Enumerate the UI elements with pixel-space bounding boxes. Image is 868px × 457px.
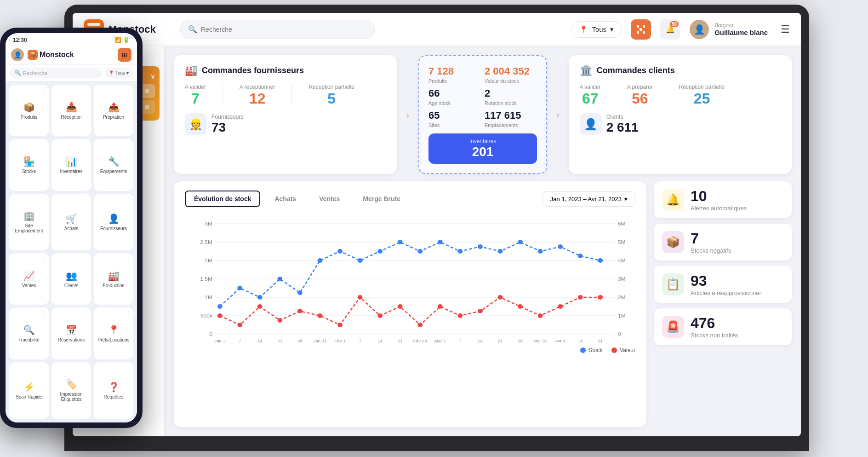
svg-point-67 bbox=[558, 304, 563, 309]
inventaires-button[interactable]: Inventaires 201 bbox=[428, 133, 537, 164]
clients-count: 2 611 bbox=[606, 120, 639, 135]
metric-a-valider-value-f: 7 bbox=[191, 91, 200, 106]
svg-point-60 bbox=[417, 323, 423, 327]
divider-3 bbox=[614, 84, 614, 106]
fournisseurs-title-text: Commandes fournisseurs bbox=[202, 66, 304, 75]
alert-count-automatiques: 10 bbox=[691, 188, 747, 205]
search-input[interactable] bbox=[201, 26, 367, 33]
stock-valeur-label: Valeur du stock bbox=[485, 78, 537, 84]
tab-evolution-stock[interactable]: Évolution de stock bbox=[185, 191, 260, 207]
svg-text:0: 0 bbox=[209, 331, 212, 336]
tab-achats[interactable]: Achats bbox=[266, 191, 305, 207]
stock-card: 7 128 Produits 2 004 352 Valeur du stock… bbox=[418, 55, 547, 174]
date-range-label: Jan 1, 2023 – Avr 21, 2023 bbox=[550, 196, 622, 202]
phone-grid-equipements[interactable]: ⋮🔧Équipements bbox=[94, 139, 133, 191]
avatar: 👤 bbox=[690, 20, 709, 39]
phone-grid-achats[interactable]: ⋮🛒Achats bbox=[51, 194, 91, 250]
metric-a-valider-label-f: A valider bbox=[185, 84, 206, 90]
date-range-button[interactable]: Jan 1, 2023 – Avr 21, 2023 ▾ bbox=[542, 191, 635, 207]
svg-text:3M: 3M bbox=[618, 276, 626, 281]
phone-search-bar[interactable]: 🔍 Recherche bbox=[10, 68, 102, 78]
metric-a-receptionner-value: 12 bbox=[249, 91, 266, 106]
alert-card-non-traites: 🚨 476 Stocks non traités bbox=[654, 308, 792, 345]
phone-grid-inventaires[interactable]: ⋮📊Inventaires bbox=[51, 139, 91, 191]
svg-point-62 bbox=[457, 313, 463, 318]
phone-grid-tracabilite[interactable]: ⋮🔍Tracabilité bbox=[9, 307, 49, 359]
metric-reception-partielle-f: Réception partielle 5 bbox=[308, 84, 354, 106]
bell-alert-icon: 🔔 bbox=[662, 189, 684, 211]
clients-card: 🏛️ Commandes clients A valider 67 A prép… bbox=[569, 55, 792, 174]
svg-text:14: 14 bbox=[257, 338, 263, 343]
phone-grid-fournisseurs[interactable]: ⋮👤Fournisseurs bbox=[94, 194, 133, 250]
divider-1 bbox=[223, 84, 223, 106]
svg-text:7: 7 bbox=[359, 338, 361, 343]
phone-location-btn[interactable]: 📍 Tous ▾ bbox=[105, 68, 132, 78]
metric-a-preparer: A préparer 56 bbox=[627, 84, 653, 106]
svg-point-39 bbox=[398, 240, 403, 244]
svg-point-44 bbox=[498, 249, 503, 254]
stock-item-produits: 7 128 Produits bbox=[428, 65, 481, 84]
tab-ventes[interactable]: Ventes bbox=[310, 191, 348, 207]
legend-stock-label: Stock bbox=[588, 347, 602, 353]
phone-search-row: 🔍 Recherche 📍 Tous ▾ bbox=[6, 65, 137, 81]
svg-point-53 bbox=[277, 318, 282, 323]
phone-scan-button[interactable]: ⊞ bbox=[118, 48, 131, 62]
chevron-down-icon-2: ▾ bbox=[624, 196, 628, 202]
svg-point-47 bbox=[558, 244, 563, 249]
alert-label-non-traites: Stocks non traités bbox=[691, 332, 738, 339]
svg-rect-4 bbox=[637, 25, 639, 28]
laptop-screen: Monstock 🔍 📍 Tous ▾ bbox=[73, 13, 801, 436]
chart-header: Évolution de stock Achats Ventes Merge B… bbox=[185, 191, 635, 207]
svg-point-56 bbox=[337, 323, 343, 327]
phone-grid-requetes[interactable]: ❓Requêtes bbox=[94, 362, 133, 419]
tab-merge-brute[interactable]: Merge Brute bbox=[354, 191, 409, 207]
notification-button[interactable]: 🔔 50 bbox=[660, 19, 680, 40]
location-button[interactable]: 📍 Tous ▾ bbox=[571, 21, 622, 38]
search-bar[interactable]: 🔍 bbox=[180, 20, 375, 39]
phone-grid-preparation[interactable]: ⋮📤Prépration bbox=[94, 85, 133, 136]
fournisseurs-card-title: 🏭 Commandes fournisseurs bbox=[185, 64, 386, 76]
legend-valeur-dot bbox=[611, 347, 617, 353]
user-name: Guillaume blanc bbox=[714, 29, 768, 36]
alert-card-reapprovisionner: 📋 93 Articles à réapprovisionner bbox=[654, 266, 792, 303]
svg-point-59 bbox=[398, 304, 403, 309]
phone-grid-clients[interactable]: ⋮👥Clients bbox=[51, 253, 91, 305]
phone-grid-produits[interactable]: ⋮📦Produits bbox=[9, 85, 49, 136]
svg-text:2M: 2M bbox=[618, 295, 626, 300]
alert-label-automatiques: Alertes automatiques bbox=[691, 205, 747, 212]
clients-info: Clients 2 611 bbox=[606, 114, 639, 135]
main-layout: ⊞ Dashboard 📋 Produits ∨ Produits ⊕ bbox=[73, 46, 801, 436]
svg-text:1.5M: 1.5M bbox=[200, 276, 212, 281]
svg-point-48 bbox=[578, 254, 583, 258]
alert-card-automatiques: 🔔 10 Alertes automatiques bbox=[654, 181, 792, 218]
svg-rect-7 bbox=[640, 28, 642, 31]
svg-point-41 bbox=[438, 240, 443, 244]
metric-a-preparer-value: 56 bbox=[632, 91, 648, 106]
phone-grid-scan[interactable]: ⚡Scan Rapide bbox=[9, 362, 49, 419]
chart-section: Évolution de stock Achats Ventes Merge B… bbox=[174, 181, 646, 427]
svg-point-40 bbox=[417, 249, 423, 254]
chart-legend: Stock Valeur bbox=[185, 347, 635, 353]
phone-grid-site[interactable]: ⋮🏢Site Emplacement bbox=[9, 194, 49, 250]
phone-grid-stocks[interactable]: ⋮🏪Stocks bbox=[9, 139, 49, 191]
phone-grid-reservations[interactable]: ⋮📅Réservations bbox=[51, 307, 91, 359]
phone-grid-reception[interactable]: ⋮📥Réception bbox=[51, 85, 91, 136]
hamburger-menu-button[interactable]: ☰ bbox=[781, 23, 790, 35]
svg-text:5M: 5M bbox=[618, 239, 626, 244]
metric-a-receptionner-label: A réceptionner bbox=[240, 84, 275, 90]
phone-location-label: Tous bbox=[115, 70, 125, 75]
svg-text:1M: 1M bbox=[205, 295, 212, 300]
svg-text:0: 0 bbox=[618, 331, 621, 336]
phone-grid-production[interactable]: ⋮🏭Production bbox=[94, 253, 133, 305]
phone-header: 👤 📦 Monstock ⊞ bbox=[6, 45, 137, 65]
phone-grid-impression[interactable]: 🏷️Impression Étiquettes bbox=[51, 362, 91, 419]
chart-area: 3M 2.5M 2M 1.5M 1M 500k 0 6M 5M 4M bbox=[185, 214, 635, 343]
phone-search-placeholder: Recherche bbox=[23, 70, 47, 76]
svg-text:1M: 1M bbox=[618, 313, 626, 318]
svg-point-45 bbox=[518, 240, 523, 244]
scan-button[interactable] bbox=[631, 19, 651, 40]
phone-grid-prets[interactable]: ⋮📍Prêts/Locations bbox=[94, 307, 133, 359]
phone-grid-ventes[interactable]: ⋮📈Ventes bbox=[9, 253, 49, 305]
alert-label-reapprovisionner: Articles à réapprovisionner bbox=[691, 289, 761, 296]
metric-a-valider-f: A valider 7 bbox=[185, 84, 206, 106]
